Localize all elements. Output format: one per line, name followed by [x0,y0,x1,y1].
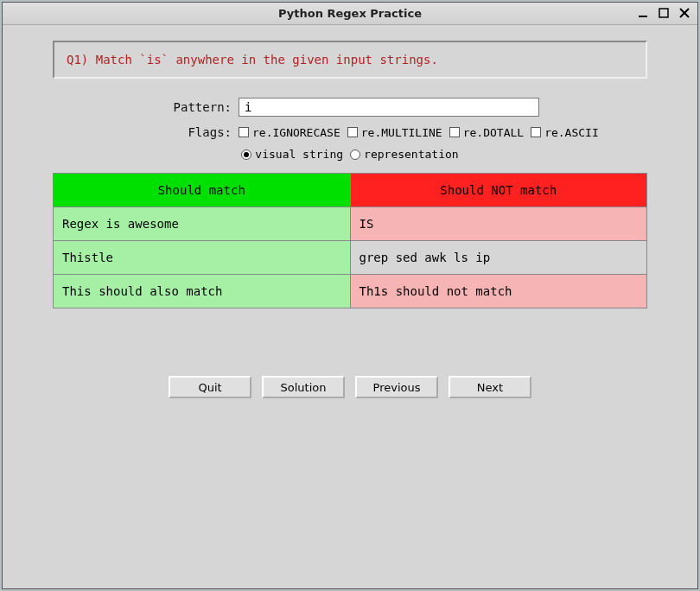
button-row: Quit Solution Previous Next [53,376,647,398]
checkbox-icon [531,127,541,137]
nomatch-cell: Th1s should not match [350,275,647,308]
flag-multiline[interactable]: re.MULTILINE [347,126,442,139]
radio-icon [241,149,251,160]
table-row: Thistle grep sed awk ls ip [54,241,647,275]
match-cell: Thistle [54,241,351,275]
window-buttons [635,5,692,21]
maximize-button[interactable] [656,5,671,21]
nomatch-cell: grep sed awk ls ip [350,241,647,275]
svg-rect-1 [659,9,668,17]
close-icon [679,8,690,18]
flag-label: re.DOTALL [463,126,524,139]
flags-label: Flags: [53,125,239,139]
minimize-icon [638,8,648,18]
flag-label: re.MULTILINE [361,126,442,139]
previous-button[interactable]: Previous [355,376,438,398]
window-title: Python Regex Practice [3,7,697,20]
table-row: This should also match Th1s should not m… [54,275,647,308]
nomatch-cell: IS [350,207,647,241]
flag-dotall[interactable]: re.DOTALL [449,126,524,139]
next-button[interactable]: Next [449,376,531,398]
header-should-match: Should match [54,174,351,207]
radio-visual-string[interactable]: visual string [241,148,343,161]
close-button[interactable] [677,5,692,21]
view-mode-row: visual string representation [53,148,647,161]
flag-label: re.ASCII [544,126,599,139]
radio-label: representation [364,148,459,161]
checkbox-icon [449,127,460,137]
table-row: Regex is awesome IS [54,207,647,241]
pattern-row: Pattern: [53,98,647,117]
quit-button[interactable]: Quit [169,376,251,398]
header-should-not-match: Should NOT match [350,174,647,207]
results-table: Should match Should NOT match Regex is a… [53,173,647,308]
minimize-button[interactable] [635,5,651,21]
radio-representation[interactable]: representation [350,148,459,161]
flag-label: re.IGNORECASE [252,126,340,139]
radio-label: visual string [255,148,343,161]
app-window: Python Regex Practice Q1) Match `is` any… [2,2,698,589]
pattern-input[interactable] [239,98,539,117]
content-area: Q1) Match `is` anywhere in the given inp… [3,25,697,588]
flag-ignorecase[interactable]: re.IGNORECASE [239,126,340,139]
flag-ascii[interactable]: re.ASCII [531,126,599,139]
titlebar: Python Regex Practice [3,3,697,25]
question-text: Q1) Match `is` anywhere in the given inp… [53,41,647,79]
view-mode-radios: visual string representation [241,148,458,161]
checkbox-icon [347,127,358,137]
form-area: Pattern: Flags: re.IGNORECASE re.MULTILI… [53,98,647,161]
flags-row: Flags: re.IGNORECASE re.MULTILINE re.DOT… [53,125,647,139]
radio-icon [350,149,360,160]
pattern-label: Pattern: [53,100,239,114]
maximize-icon [659,8,669,18]
match-cell: Regex is awesome [54,207,351,241]
match-cell: This should also match [54,275,351,308]
flags-checkboxes: re.IGNORECASE re.MULTILINE re.DOTALL re.… [239,126,599,139]
checkbox-icon [239,127,249,137]
solution-button[interactable]: Solution [262,376,345,398]
